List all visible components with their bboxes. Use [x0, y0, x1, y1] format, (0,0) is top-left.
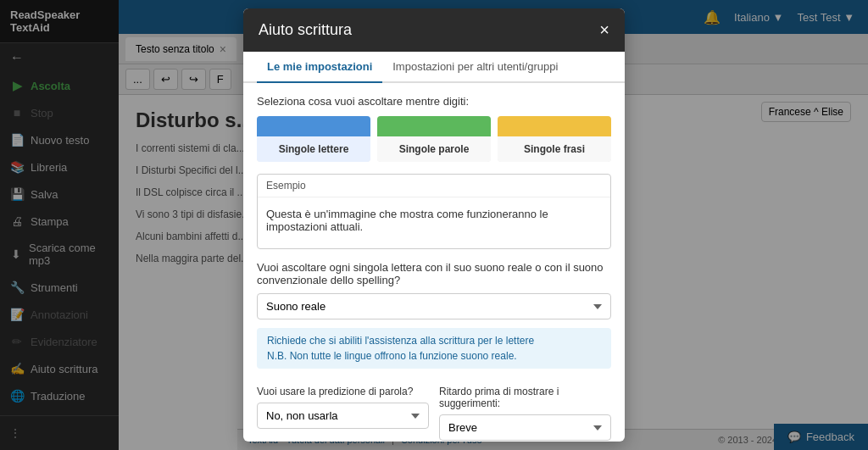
option-buttons: Singole lettere Singole parole Singole f…	[257, 116, 611, 162]
info-box: Richiede che si abiliti l'assistenza all…	[257, 328, 611, 369]
info-line-2[interactable]: N.B. Non tutte le lingue offrono la funz…	[267, 350, 601, 362]
modal-tab-other-users[interactable]: Impostazioni per altri utenti/gruppi	[382, 52, 568, 83]
delay-dropdown[interactable]: Breve Medio Lungo	[439, 414, 611, 441]
word-prediction-dropdown[interactable]: No, non usarla Sì, usarla	[257, 403, 429, 429]
example-header: Esempio	[258, 175, 610, 197]
modal-body: Le mie impostazioni Impostazioni per alt…	[243, 52, 625, 442]
example-content: Questa è un'immagine che mostra come fun…	[258, 197, 610, 248]
sound-type-dropdown[interactable]: Suono reale Spelling convenzionale	[257, 293, 611, 319]
option-single-letters[interactable]: Singole lettere	[257, 116, 370, 162]
modal-header: Aiuto scrittura ×	[243, 8, 625, 52]
modal-section-1: Seleziona cosa vuoi ascoltare mentre dig…	[243, 83, 625, 386]
modal-tab-label: Le mie impostazioni	[267, 60, 372, 73]
section-1-label: Seleziona cosa vuoi ascoltare mentre dig…	[257, 95, 611, 108]
delay-col: Ritardo prima di mostrare i suggerimenti…	[439, 386, 611, 441]
example-box: Esempio Questa è un'immagine che mostra …	[257, 174, 611, 249]
word-prediction-label: Vuoi usare la predizione di parola?	[257, 386, 429, 397]
modal-overlay: Aiuto scrittura × Le mie impostazioni Im…	[0, 0, 868, 450]
option-label-phrases: Singole frasi	[498, 136, 611, 162]
modal-tabs: Le mie impostazioni Impostazioni per alt…	[243, 52, 625, 83]
writing-help-modal: Aiuto scrittura × Le mie impostazioni Im…	[243, 8, 625, 442]
option-single-phrases[interactable]: Singole frasi	[498, 116, 611, 162]
question-1-text: Vuoi ascoltare ogni singola lettera con …	[257, 261, 611, 286]
modal-close-button[interactable]: ×	[599, 20, 609, 40]
option-label-words: Singole parole	[377, 136, 491, 162]
option-label-letters: Singole lettere	[257, 136, 370, 162]
info-line-1[interactable]: Richiede che si abiliti l'assistenza all…	[267, 335, 601, 347]
modal-tab-label: Impostazioni per altri utenti/gruppi	[392, 60, 558, 73]
word-prediction-col: Vuoi usare la predizione di parola? No, …	[257, 386, 429, 441]
option-color-phrases	[498, 116, 611, 136]
modal-title: Aiuto scrittura	[259, 21, 352, 39]
bottom-two-col: Vuoi usare la predizione di parola? No, …	[243, 386, 625, 442]
option-single-words[interactable]: Singole parole	[377, 116, 491, 162]
option-color-words	[377, 116, 491, 136]
modal-tab-my-settings[interactable]: Le mie impostazioni	[257, 52, 382, 83]
option-color-letters	[257, 116, 370, 136]
delay-label: Ritardo prima di mostrare i suggerimenti…	[439, 386, 611, 409]
